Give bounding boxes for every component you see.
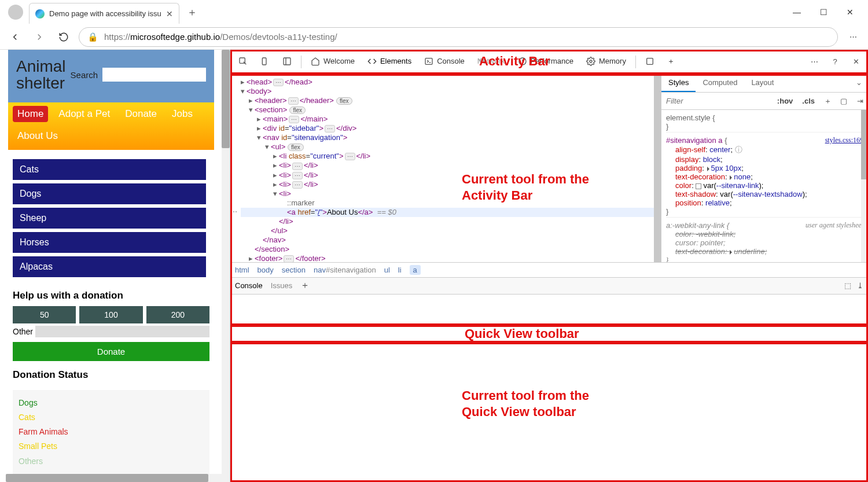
device-toggle-button[interactable] [255,50,275,73]
hov-toggle[interactable]: :hov [773,97,797,105]
status-item: Cats [19,410,204,425]
tab-console[interactable]: Console [418,50,470,73]
other-label: Other [13,327,33,336]
cls-toggle[interactable]: .cls [797,97,819,105]
source-link[interactable]: styles.css:169 [825,136,863,145]
styles-filter-row: :hov .cls ＋ ▢ ⇥ [661,93,868,110]
browser-tab[interactable]: Demo page with accessibility issu ✕ [29,3,179,24]
tab-layout[interactable]: Layout [744,74,781,92]
site-nav: Home Adopt a Pet Donate Jobs About Us [8,102,214,150]
address-bar: 🔒 https://microsoftedge.github.io/Demos/… [0,24,868,50]
quick-view-toolbar: Console Issues ＋ ⬚ ⤓ [230,277,868,295]
svg-rect-8 [647,58,653,64]
tab-computed[interactable]: Computed [696,74,744,92]
nav-about[interactable]: About Us [13,128,62,144]
toggle-sidebar-icon[interactable]: ⇥ [852,97,868,105]
elements-tool: ▸<head>⋯</head> ▾<body> ▸<header>⋯</head… [230,74,868,262]
dom-scrollbar[interactable] [654,74,661,262]
page-hscrollbar[interactable] [6,474,222,482]
donation-amounts: 50 100 200 [8,306,214,323]
svg-rect-1 [262,58,266,65]
search-label: Search [71,70,98,80]
styles-pane: Styles Computed Layout ⌄ :hov .cls ＋ ▢ ⇥… [661,74,868,262]
animal-link[interactable]: Cats [13,159,206,180]
status-item: Farm Animals [19,425,204,439]
url-text: https://microsoftedge.github.io/Demos/de… [104,32,337,42]
status-item: Others [19,454,204,469]
qv-add-tab[interactable]: ＋ [300,279,310,292]
tab-network[interactable]: Network [472,50,511,73]
qv-collapse-icon[interactable]: ⤓ [857,281,863,290]
tab-welcome[interactable]: Welcome [305,50,361,73]
tab-title: Demo page with accessibility issu [49,9,161,18]
window-controls: — ☐ ✕ [784,3,863,21]
new-style-rule-icon[interactable]: ＋ [819,96,836,106]
profile-avatar[interactable] [8,5,23,20]
close-devtools-button[interactable]: ✕ [846,52,866,72]
tab-elements[interactable]: Elements [362,50,417,73]
status-item: Dogs [19,396,204,410]
dom-breadcrumbs[interactable]: html body section nav#sitenavigation ul … [230,262,868,277]
status-heading: Donation Status [8,361,214,385]
close-window-button[interactable]: ✕ [837,3,863,21]
animal-link[interactable]: Alpacas [13,256,206,277]
svg-point-7 [590,60,592,62]
donation-heading: Help us with a donation [8,282,214,306]
nav-jobs[interactable]: Jobs [167,106,197,122]
url-input[interactable]: 🔒 https://microsoftedge.github.io/Demos/… [79,27,838,47]
window-titlebar: Demo page with accessibility issu ✕ ＋ — … [0,0,868,24]
more-tools-button[interactable]: ⋯ [804,52,824,72]
donation-100[interactable]: 100 [79,306,142,323]
maximize-button[interactable]: ☐ [810,3,837,21]
activity-bar: Welcome Elements Console Network Perform… [230,50,868,74]
help-button[interactable]: ? [825,52,845,72]
animal-link[interactable]: Sheep [13,208,206,229]
animal-list: Cats Dogs Sheep Horses Alpacas [8,150,214,282]
lock-icon: 🔒 [87,32,98,42]
qv-dock-icon[interactable]: ⬚ [844,281,851,290]
dom-tree[interactable]: ▸<head>⋯</head> ▾<body> ▸<header>⋯</head… [230,74,661,262]
donation-status: Dogs Cats Farm Animals Small Pets Others [13,390,209,477]
forward-button[interactable] [30,28,49,46]
reload-button[interactable] [54,28,73,46]
inspect-button[interactable] [233,50,253,73]
browser-menu-button[interactable]: ⋯ [844,28,862,46]
tab-styles[interactable]: Styles [661,74,696,92]
tab-performance[interactable]: Performance [512,50,579,73]
nav-adopt[interactable]: Adopt a Pet [54,106,115,122]
back-button[interactable] [6,28,24,46]
tab-close-icon[interactable]: ✕ [166,9,173,19]
rendered-page: Animalshelter Search Home Adopt a Pet Do… [0,50,230,482]
dock-button[interactable] [277,50,297,73]
site-title: Animalshelter [16,58,66,92]
page-header: Animalshelter Search [8,50,214,102]
other-amount-input[interactable] [35,326,209,337]
edge-icon [35,9,45,19]
styles-scrollbar[interactable] [861,110,868,262]
styles-overflow-icon[interactable]: ⌄ [850,74,868,92]
animal-link[interactable]: Dogs [13,183,206,204]
qv-tab-issues[interactable]: Issues [271,281,293,290]
page-vscrollbar[interactable] [222,50,230,482]
donate-button[interactable]: Donate [13,342,209,361]
donation-50[interactable]: 50 [13,306,76,323]
style-rules[interactable]: element.style {} styles.css:169 #sitenav… [661,110,868,262]
computed-sidebar-icon[interactable]: ▢ [836,97,852,105]
devtools-panel: Welcome Elements Console Network Perform… [230,50,868,482]
svg-rect-2 [284,58,290,65]
donation-other-row: Other [8,323,214,341]
nav-home[interactable]: Home [13,106,48,122]
quick-view-body[interactable] [230,295,868,483]
donation-200[interactable]: 200 [146,306,209,323]
styles-filter-input[interactable] [661,93,773,109]
nav-donate[interactable]: Donate [120,106,161,122]
new-tab-button[interactable]: ＋ [184,4,200,20]
tab-overflow-button[interactable] [639,50,660,73]
search-input[interactable] [102,68,206,82]
styles-tabs: Styles Computed Layout ⌄ [661,74,868,93]
minimize-button[interactable]: — [784,3,810,21]
animal-link[interactable]: Horses [13,232,206,253]
qv-tab-console[interactable]: Console [235,281,263,290]
add-tab-button[interactable]: ＋ [661,50,681,73]
tab-memory[interactable]: Memory [580,50,632,73]
